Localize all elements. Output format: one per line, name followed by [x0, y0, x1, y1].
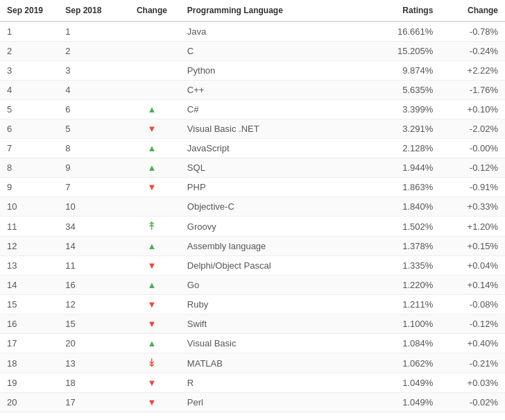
change-value-cell: -0.12% — [440, 158, 505, 178]
change-value-cell: +2.22% — [440, 61, 505, 81]
prev-rank-cell: 2 — [58, 42, 123, 61]
change-value-cell: +0.10% — [440, 100, 505, 119]
change-icon-cell: ▲ — [123, 334, 180, 353]
prev-rank-cell: 17 — [58, 393, 123, 412]
table-row: 7 8 ▲ JavaScript 2.128% -0.00% — [0, 139, 505, 158]
rank-cell: 1 — [0, 22, 58, 42]
change-value-cell: -0.78% — [440, 22, 505, 42]
header-sep2019: Sep 2019 — [0, 0, 58, 22]
prev-rank-cell: 7 — [58, 178, 123, 197]
change-icon-cell — [123, 22, 180, 42]
language-cell: Assembly language — [180, 237, 359, 256]
rating-cell: 3.291% — [359, 119, 440, 139]
rankings-table: Sep 2019 Sep 2018 Change Programming Lan… — [0, 0, 505, 412]
rank-cell: 16 — [0, 314, 58, 334]
double-arrow-down-icon: ↡ — [147, 357, 156, 369]
arrow-down-icon: ▼ — [147, 319, 156, 329]
arrow-up-icon: ▲ — [147, 280, 156, 290]
header-sep2018: Sep 2018 — [58, 0, 123, 22]
prev-rank-cell: 12 — [58, 295, 123, 314]
arrow-up-icon: ▲ — [147, 241, 156, 251]
prev-rank-cell: 4 — [58, 81, 123, 100]
change-value-cell: +0.03% — [440, 373, 505, 393]
change-value-cell: -0.91% — [440, 178, 505, 197]
table-row: 3 3 Python 9.874% +2.22% — [0, 61, 505, 81]
rating-cell: 15.205% — [359, 42, 440, 61]
rank-cell: 3 — [0, 61, 58, 81]
table-row: 13 11 ▼ Delphi/Object Pascal 1.335% +0.0… — [0, 256, 505, 276]
table-row: 20 17 ▼ Perl 1.049% -0.02% — [0, 393, 505, 412]
rating-cell: 9.874% — [359, 61, 440, 81]
prev-rank-cell: 15 — [58, 314, 123, 334]
table-row: 6 5 ▼ Visual Basic .NET 3.291% -2.02% — [0, 119, 505, 139]
prev-rank-cell: 18 — [58, 373, 123, 393]
rating-cell: 1.863% — [359, 178, 440, 197]
change-icon-cell: ▲ — [123, 276, 180, 295]
prev-rank-cell: 13 — [58, 353, 123, 373]
table-row: 11 34 ↟ Groovy 1.502% +1.20% — [0, 217, 505, 237]
rating-cell: 1.840% — [359, 197, 440, 217]
double-arrow-up-icon: ↟ — [147, 220, 156, 232]
rank-cell: 14 — [0, 276, 58, 295]
prev-rank-cell: 8 — [58, 139, 123, 158]
table-row: 5 6 ▲ C# 3.399% +0.10% — [0, 100, 505, 119]
change-icon-cell: ▲ — [123, 237, 180, 256]
language-cell: Visual Basic .NET — [180, 119, 359, 139]
arrow-up-icon: ▲ — [147, 104, 156, 115]
change-value-cell: -0.02% — [440, 393, 505, 412]
table-row: 19 18 ▼ R 1.049% +0.03% — [0, 373, 505, 393]
rank-cell: 8 — [0, 158, 58, 178]
prev-rank-cell: 16 — [58, 276, 123, 295]
language-cell: C# — [180, 100, 359, 119]
table-row: 9 7 ▼ PHP 1.863% -0.91% — [0, 178, 505, 197]
change-icon-cell — [123, 197, 180, 217]
rank-cell: 19 — [0, 373, 58, 393]
arrow-down-icon: ▼ — [147, 260, 156, 271]
table-row: 18 13 ↡ MATLAB 1.062% -0.21% — [0, 353, 505, 373]
language-cell: JavaScript — [180, 139, 359, 158]
arrow-down-icon: ▼ — [147, 397, 156, 408]
table-row: 15 12 ▼ Ruby 1.211% -0.08% — [0, 295, 505, 314]
table-row: 12 14 ▲ Assembly language 1.378% +0.15% — [0, 237, 505, 256]
language-cell: Python — [180, 61, 359, 81]
rank-cell: 11 — [0, 217, 58, 237]
language-cell: Perl — [180, 393, 359, 412]
change-value-cell: +0.14% — [440, 276, 505, 295]
rating-cell: 1.220% — [359, 276, 440, 295]
language-cell: C++ — [180, 81, 359, 100]
rating-cell: 1.502% — [359, 217, 440, 237]
header-change: Change — [123, 0, 180, 22]
table-row: 4 4 C++ 5.635% -1.76% — [0, 81, 505, 100]
change-value-cell: +0.40% — [440, 334, 505, 353]
language-cell: Java — [180, 22, 359, 42]
rating-cell: 3.399% — [359, 100, 440, 119]
rank-cell: 5 — [0, 100, 58, 119]
arrow-up-icon: ▲ — [147, 338, 156, 348]
language-cell: Delphi/Object Pascal — [180, 256, 359, 276]
prev-rank-cell: 34 — [58, 217, 123, 237]
rank-cell: 17 — [0, 334, 58, 353]
rank-cell: 12 — [0, 237, 58, 256]
change-icon-cell: ▼ — [123, 373, 180, 393]
prev-rank-cell: 3 — [58, 61, 123, 81]
rank-cell: 13 — [0, 256, 58, 276]
header-ratings: Ratings — [359, 0, 440, 22]
change-icon-cell: ▼ — [123, 256, 180, 276]
change-icon-cell: ▼ — [123, 314, 180, 334]
rating-cell: 1.062% — [359, 353, 440, 373]
rating-cell: 1.100% — [359, 314, 440, 334]
change-value-cell: -0.21% — [440, 353, 505, 373]
header-change2: Change — [440, 0, 505, 22]
arrow-up-icon: ▲ — [147, 143, 156, 153]
change-icon-cell: ▲ — [123, 100, 180, 119]
rating-cell: 1.944% — [359, 158, 440, 178]
change-value-cell: -0.00% — [440, 139, 505, 158]
change-icon-cell — [123, 42, 180, 61]
rating-cell: 16.661% — [359, 22, 440, 42]
rank-cell: 18 — [0, 353, 58, 373]
change-icon-cell: ▼ — [123, 393, 180, 412]
language-cell: PHP — [180, 178, 359, 197]
prev-rank-cell: 9 — [58, 158, 123, 178]
table-row: 14 16 ▲ Go 1.220% +0.14% — [0, 276, 505, 295]
rank-cell: 7 — [0, 139, 58, 158]
